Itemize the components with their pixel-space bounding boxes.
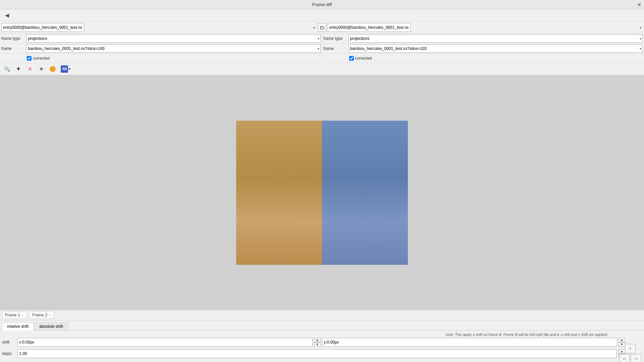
bottom-controls: note: This apply x shift on frame A. Fra… xyxy=(0,330,644,362)
shift-label: shift xyxy=(2,340,15,345)
circle-icon xyxy=(50,66,56,72)
corrected-row: corrected corrected xyxy=(0,54,644,63)
zoom-button[interactable]: 🔍 xyxy=(2,64,12,74)
left-corrected-label[interactable]: corrected xyxy=(27,56,50,61)
ab-icon: AB xyxy=(61,65,68,73)
folder-icon: 🗀 xyxy=(320,25,324,30)
scatter-button[interactable]: ✳ xyxy=(36,64,46,74)
nav-left-button[interactable]: ← xyxy=(619,354,630,362)
scatter-icon: ✳ xyxy=(39,66,44,72)
nav-buttons: ↑ ← → ↓ xyxy=(619,344,641,362)
frame-row: frame bambou_hercules_0001_test.nx?slice… xyxy=(0,44,644,54)
nav-up-button[interactable]: ↑ xyxy=(625,344,636,353)
bottom-panel: relative shift absolute shift note: This… xyxy=(0,320,644,362)
nav-left-right-row: ← → xyxy=(619,354,641,362)
tabs-row: relative shift absolute shift xyxy=(0,320,644,330)
frame2-status: Frame 2: - xyxy=(29,312,54,318)
folder-button[interactable]: 🗀 xyxy=(318,23,326,32)
steps-row: steps ▲ ▼ xyxy=(0,348,627,359)
left-frame-type-select[interactable]: projections xyxy=(26,35,321,43)
shift-x-up[interactable]: ▲ xyxy=(314,338,321,342)
tab-absolute-shift[interactable]: absolute shift xyxy=(34,322,68,330)
ab-dropdown-arrow: ▾ xyxy=(69,67,70,71)
right-corrected-checkbox[interactable] xyxy=(349,56,354,61)
texture-overlay xyxy=(236,121,408,265)
right-entry-select[interactable]: entry0000@bambou_hercules_0001_test.nx xyxy=(328,23,411,32)
left-frame-wrapper: bambou_hercules_0001_test.nx?slice=100 xyxy=(26,45,321,53)
right-frame-type-label: frame type xyxy=(324,36,347,41)
frame1-status: Frame 1: - xyxy=(2,312,26,318)
add-button[interactable]: + xyxy=(13,64,23,74)
right-frame-panel: frame bambou_hercules_0001_test.nx?slice… xyxy=(322,45,644,53)
shift-y-input[interactable] xyxy=(322,338,617,347)
cross-button[interactable]: ✕ xyxy=(25,64,35,74)
back-row: ◀ xyxy=(0,9,644,21)
frame-image xyxy=(236,121,408,265)
shift-x-spinner: ▲ ▼ xyxy=(314,338,321,347)
status-bar: Frame 1: - Frame 2: - xyxy=(0,310,644,320)
shift-row: shift ▲ ▼ ▲ ▼ xyxy=(0,337,627,348)
title-bar: Frame diff ✕ xyxy=(0,0,644,9)
left-frame-panel: frame bambou_hercules_0001_test.nx?slice… xyxy=(0,45,322,53)
zoom-icon: 🔍 xyxy=(4,66,10,72)
left-frame-type-panel: frame type projections xyxy=(0,35,322,43)
back-button[interactable]: ◀ xyxy=(3,11,11,19)
right-corrected-half: corrected xyxy=(322,56,644,61)
note-text: note: This apply x shift on frame A. Fra… xyxy=(446,333,607,337)
left-frame-type-wrapper: projections xyxy=(26,35,321,43)
left-frame-label: frame xyxy=(1,46,25,51)
left-frame-select[interactable]: bambou_hercules_0001_test.nx?slice=100 xyxy=(26,45,321,53)
right-frame-type-select[interactable]: projections xyxy=(348,35,643,43)
steps-label: steps xyxy=(2,351,15,356)
toolbar: 🔍 + ✕ ✳ AB ▾ xyxy=(0,63,644,75)
right-corrected-label[interactable]: corrected xyxy=(349,56,372,61)
tab-relative-shift[interactable]: relative shift xyxy=(2,322,34,330)
steps-input[interactable] xyxy=(17,349,616,358)
plus-icon: + xyxy=(17,65,20,72)
left-corrected-half: corrected xyxy=(0,56,322,61)
left-corrected-checkbox[interactable] xyxy=(27,56,32,61)
left-entry-wrapper: entry0000@bambou_hercules_0001_test.nx xyxy=(1,23,316,32)
right-frame-wrapper: bambou_hercules_0001_test.nx?slice=103 xyxy=(348,45,643,53)
left-entry-select[interactable]: entry0000@bambou_hercules_0001_test.nx xyxy=(1,23,84,32)
shift-x-input[interactable] xyxy=(17,338,313,347)
image-area xyxy=(0,75,644,310)
nav-right-button[interactable]: → xyxy=(631,354,641,362)
ab-dropdown-button[interactable]: AB ▾ xyxy=(59,64,72,74)
shift-x-down[interactable]: ▼ xyxy=(314,342,321,347)
window-title: Frame diff xyxy=(312,2,332,7)
frame-type-row: frame type projections frame type projec… xyxy=(0,34,644,44)
shift-y-up[interactable]: ▲ xyxy=(619,338,625,342)
left-frame-type-label: frame type xyxy=(1,36,25,41)
entry-row: entry0000@bambou_hercules_0001_test.nx 🗀… xyxy=(0,21,644,34)
right-frame-type-panel: frame type projections xyxy=(322,35,644,43)
close-button[interactable]: ✕ xyxy=(637,1,641,8)
circle-button[interactable] xyxy=(48,64,58,74)
cross-icon: ✕ xyxy=(28,66,32,72)
shift-row-inner: ▲ ▼ ▲ ▼ xyxy=(17,338,625,347)
note-row: note: This apply x shift on frame A. Fra… xyxy=(0,330,627,337)
right-frame-select[interactable]: bambou_hercules_0001_test.nx?slice=103 xyxy=(348,45,643,53)
right-frame-type-wrapper: projections xyxy=(348,35,643,43)
right-frame-label: frame xyxy=(324,46,347,51)
right-entry-wrapper: entry0000@bambou_hercules_0001_test.nx xyxy=(328,23,643,32)
